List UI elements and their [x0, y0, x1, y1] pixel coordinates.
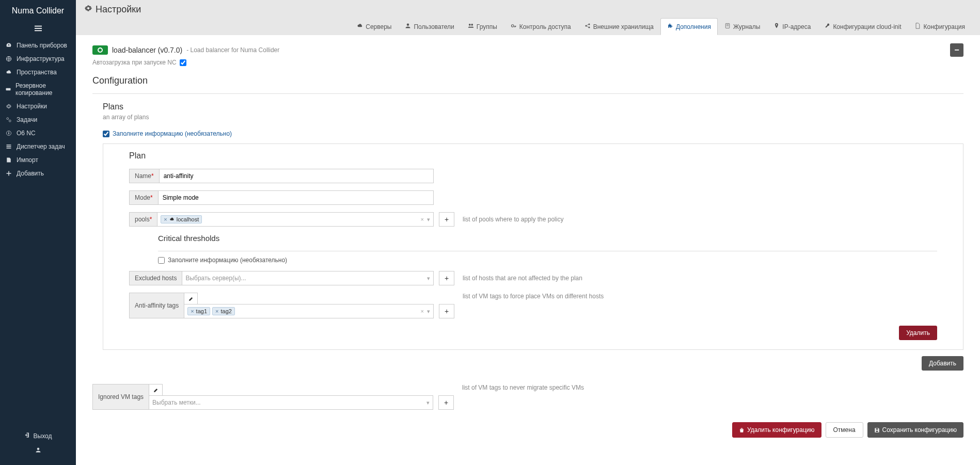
chip-remove-icon[interactable]: × [191, 308, 194, 314]
list-icon [5, 143, 12, 150]
cogs-icon [5, 117, 12, 123]
gear-icon [5, 103, 12, 109]
sidebar-item-spaces[interactable]: Пространства [0, 66, 76, 79]
user-icon [405, 23, 411, 30]
plan-delete-button[interactable]: Удалить [899, 326, 937, 340]
autoload-label: Автозагрузка при запуске NC [92, 59, 177, 66]
tab-servers[interactable]: Серверы [350, 18, 398, 35]
mode-select[interactable]: Simple mode [159, 190, 434, 205]
svg-rect-12 [7, 148, 11, 149]
save-icon [874, 427, 880, 433]
tab-users[interactable]: Пользователи [398, 18, 461, 35]
plus-icon [5, 170, 12, 177]
share-icon [584, 23, 591, 30]
tab-config[interactable]: Конфигурация [908, 18, 972, 35]
plans-title: Plans [103, 102, 963, 111]
svg-rect-1 [35, 28, 42, 29]
excluded-multiselect[interactable]: Выбрать сервер(ы)... ▾ [182, 271, 434, 285]
pool-chip: ×localhost [161, 215, 202, 223]
chip-remove-icon[interactable]: × [164, 216, 167, 222]
menu-toggle-icon[interactable] [0, 22, 76, 39]
pools-multiselect[interactable]: ×localhost ×▾ [157, 212, 434, 227]
sidebar-item-label: О6 NC [17, 130, 36, 137]
sidebar-item-label: Пространства [17, 69, 57, 76]
plans-fill-info-row[interactable]: Заполните информацию (необязательно) [103, 130, 963, 137]
tab-groups[interactable]: Группы [461, 18, 504, 35]
sidebar-item-label: Настройки [17, 103, 47, 110]
ignored-edit-button[interactable] [149, 384, 163, 395]
logout-link[interactable]: Выход [0, 429, 76, 443]
ignored-add-button[interactable]: + [438, 395, 454, 410]
ignored-multiselect[interactable]: Выбрать метки... ▾ [149, 395, 433, 410]
delete-config-button[interactable]: Удалить конфигурацию [732, 422, 821, 438]
svg-point-22 [588, 27, 590, 28]
topbar: Настройки Серверы Пользователи Группы Ко… [76, 0, 980, 35]
chevron-down-icon[interactable]: ▾ [427, 275, 430, 282]
svg-point-15 [37, 448, 39, 451]
plugin-enable-toggle[interactable] [92, 45, 108, 55]
autoload-checkbox[interactable] [180, 59, 186, 66]
antiaffinity-multiselect[interactable]: ×tag1 ×tag2 ×▾ [184, 304, 434, 318]
chevron-down-icon[interactable]: ▾ [427, 216, 430, 223]
tab-cloudinit[interactable]: Конфигурации cloud-init [817, 18, 908, 35]
sidebar-item-dashboard[interactable]: Панель приборов [0, 39, 76, 52]
sidebar: Numa Collider Панель приборов Инфраструк… [0, 0, 76, 465]
chevron-down-icon[interactable]: ▾ [427, 308, 430, 315]
file-icon [914, 23, 921, 30]
save-config-button[interactable]: Сохранить конфигурацию [867, 422, 963, 438]
tags-edit-button[interactable] [184, 293, 198, 304]
sidebar-item-backup[interactable]: Резервное копирование [0, 79, 76, 100]
svg-point-19 [511, 25, 514, 27]
tabs: Серверы Пользователи Группы Контроль дос… [84, 18, 972, 35]
excluded-help: list of hosts that are not affected by t… [463, 275, 582, 282]
clear-icon[interactable]: × [421, 216, 424, 222]
pools-add-button[interactable]: + [439, 212, 454, 227]
excluded-add-button[interactable]: + [439, 271, 454, 285]
antiaffinity-label: Anti-affinity tags [129, 293, 184, 318]
plugin-desc: - Load balancer for Numa Collider [186, 46, 279, 54]
signout-icon [24, 432, 30, 440]
critical-fill-row[interactable]: Заполните информацию (необязательно) [158, 256, 937, 264]
svg-rect-0 [35, 26, 42, 27]
puzzle-icon [667, 23, 673, 30]
sidebar-item-about[interactable]: О6 NC [0, 126, 76, 140]
critical-title: Critical thresholds [158, 234, 937, 243]
plugin-name: load-balancer (v0.7.0) [112, 46, 182, 54]
mode-label: Mode* [129, 190, 159, 205]
plan-add-button[interactable]: Добавить [922, 356, 963, 371]
pools-help: list of pools where to apply the policy [463, 216, 563, 223]
plans-fill-checkbox[interactable] [103, 131, 109, 137]
sidebar-item-add[interactable]: Добавить [0, 167, 76, 180]
tab-logs[interactable]: Журналы [718, 18, 767, 35]
antiaffinity-add-button[interactable]: + [439, 304, 454, 318]
user-icon[interactable] [0, 443, 76, 455]
page-title: Настройки [84, 4, 972, 15]
globe-icon [5, 56, 12, 62]
svg-rect-11 [7, 146, 11, 147]
tab-acl[interactable]: Контроль доступа [504, 18, 578, 35]
sidebar-item-settings[interactable]: Настройки [0, 100, 76, 113]
sidebar-item-taskmgr[interactable]: Диспетчер задач [0, 140, 76, 153]
tab-remotes[interactable]: Внешние хранилища [578, 18, 660, 35]
sidebar-item-label: Диспетчер задач [17, 143, 65, 150]
brand-title: Numa Collider [0, 0, 76, 22]
clear-icon[interactable]: × [421, 308, 424, 314]
chip-remove-icon[interactable]: × [215, 308, 218, 314]
name-input[interactable] [160, 169, 434, 183]
critical-fill-checkbox[interactable] [158, 257, 165, 264]
sidebar-item-import[interactable]: Импорт [0, 153, 76, 167]
ignored-label: Ignored VM tags [92, 384, 149, 410]
sidebar-item-label: Задачи [17, 116, 37, 123]
svg-rect-4 [6, 88, 11, 91]
info-icon [5, 130, 12, 136]
svg-point-6 [9, 120, 11, 122]
sidebar-item-tasks[interactable]: Задачи [0, 113, 76, 126]
gear-icon [84, 4, 92, 15]
tab-ips[interactable]: IP-адреса [767, 18, 817, 35]
sidebar-item-infra[interactable]: Инфраструктура [0, 52, 76, 66]
tab-plugins[interactable]: Дополнения [660, 18, 718, 35]
collapse-button[interactable]: − [950, 43, 963, 57]
cancel-button[interactable]: Отмена [826, 422, 863, 438]
cloud-icon [5, 69, 12, 75]
chevron-down-icon[interactable]: ▾ [426, 399, 430, 406]
